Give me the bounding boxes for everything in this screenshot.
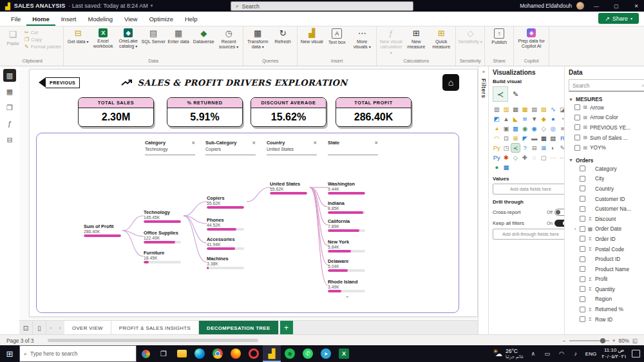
visual-icon[interactable]: ≋ — [521, 115, 529, 123]
field-item[interactable]: Σ Quantity — [569, 284, 644, 294]
visual-icon[interactable]: ◕ — [493, 124, 501, 133]
zoom-out-icon[interactable]: − — [563, 338, 566, 344]
transform-data-button[interactable]: ▦ Transform data ▾ — [245, 27, 270, 52]
get-data-button[interactable]: ⊟ Get data ▾ — [66, 27, 90, 46]
tree-node-united-states[interactable]: United States 55.62K — [270, 181, 311, 195]
add-page-button[interactable]: + — [280, 321, 293, 335]
firefox-icon[interactable] — [227, 345, 245, 362]
previous-tab-arrow-icon[interactable]: ‹ — [46, 321, 55, 335]
tmdl-view-icon[interactable]: ⊟ — [3, 133, 16, 146]
task-view-icon[interactable]: ❐ — [155, 345, 173, 362]
visual-icon[interactable]: ◳ — [502, 144, 511, 152]
tree-node-california[interactable]: California 7.89K — [328, 218, 369, 232]
zoom-slider[interactable] — [569, 340, 609, 341]
cut-button[interactable]: ✂ Cut — [24, 30, 61, 35]
visual-icon[interactable]: ? — [521, 144, 529, 152]
close-button[interactable]: ✕ — [629, 0, 644, 12]
slicer-value[interactable]: Technology — [145, 146, 195, 155]
field-checkbox[interactable] — [580, 307, 585, 312]
language-indicator[interactable]: ENG — [585, 351, 596, 357]
menu-tab-modeling[interactable]: Modeling — [82, 12, 118, 26]
slicer-state[interactable]: State✕ — [328, 140, 378, 155]
clear-filter-icon[interactable]: ✕ — [314, 140, 317, 146]
weather-widget[interactable]: ☀☁ 26°C غائم جزئيا — [493, 348, 524, 359]
sensitivity-button[interactable]: ◇ Sensitivity ▾ — [458, 27, 482, 46]
field-checkbox[interactable] — [574, 104, 580, 110]
field-checkbox[interactable] — [580, 176, 585, 182]
visual-icon[interactable]: ▥ — [502, 105, 511, 113]
expand-filters-icon[interactable]: « — [482, 69, 485, 75]
drill-through-field-well[interactable]: Add drill-through fields here — [493, 229, 569, 240]
title-caret-icon[interactable]: ▾ — [151, 3, 153, 8]
field-item[interactable]: Country — [569, 184, 644, 194]
paste-button[interactable]: ❏ Paste — [3, 27, 23, 57]
recent-sources-button[interactable]: ◷ Recent sources ▾ — [216, 27, 241, 52]
excel-workbook-button[interactable]: X Excel workbook — [91, 27, 115, 51]
menu-tab-view[interactable]: View — [118, 12, 143, 26]
menu-tab-help[interactable]: Help — [179, 12, 204, 26]
onelake-catalog-button[interactable]: ◈ OneLake catalog ▾ — [116, 27, 140, 51]
field-item[interactable]: ⊞ PREVIOUS YE... — [569, 122, 644, 133]
slicer-category[interactable]: Category✕ Technology — [145, 140, 195, 155]
excel-icon[interactable]: X — [335, 345, 353, 362]
tree-node-office-supplies[interactable]: Office Supplies 122.49K — [144, 230, 185, 243]
copy-button[interactable]: ❐ Copy — [24, 37, 61, 43]
tree-node-sum-of-profit[interactable]: Sum of Profit 286.40K — [84, 224, 125, 237]
fit-to-page-icon[interactable]: ◱ — [632, 338, 638, 344]
minimize-button[interactable]: — — [589, 0, 604, 12]
user-name[interactable]: Mohamed Eldahdouh — [520, 3, 572, 9]
visual-icon[interactable]: ⊞ — [511, 134, 520, 142]
format-painter-button[interactable]: ✎ Format painter — [24, 44, 61, 50]
battery-icon[interactable]: ▭ — [543, 350, 552, 357]
whatsapp-icon[interactable]: ✆ — [299, 345, 317, 362]
telegram-icon[interactable]: ➤ — [317, 345, 335, 362]
field-item[interactable]: Product ID — [569, 254, 644, 264]
field-checkbox[interactable] — [580, 256, 585, 262]
new-visual-calculation-button[interactable]: ƒ New visual calculation ▾ — [379, 27, 403, 57]
page-tab-decomposition-tree[interactable]: DECOMPESATION TREE — [199, 321, 278, 335]
format-visual-icon[interactable]: ✎ — [513, 90, 518, 99]
visual-icon[interactable]: ◤ — [521, 134, 529, 142]
tree-node-delaware[interactable]: Delaware 5.04K — [328, 258, 369, 272]
notification-center-icon[interactable] — [632, 350, 640, 357]
horizontal-scrollbar[interactable] — [39, 338, 557, 343]
tree-node-phones[interactable]: Phones 44.52K — [207, 217, 248, 231]
decomposition-tree-icon[interactable]: ≺ — [511, 144, 520, 152]
tree-node-new-york[interactable]: New York 5.84K — [328, 239, 369, 252]
visual-icon[interactable]: ◌ — [530, 153, 538, 162]
share-button[interactable]: ↗ Share ▾ — [598, 13, 639, 24]
dax-query-view-icon[interactable]: ƒ — [3, 117, 16, 130]
field-checkbox[interactable] — [580, 166, 585, 171]
visual-icon[interactable]: ◩ — [493, 115, 501, 123]
file-explorer-icon[interactable] — [173, 345, 191, 362]
slicer-value[interactable] — [328, 146, 378, 155]
desktop-layout-icon[interactable]: ⊡ — [19, 321, 33, 335]
visual-icon[interactable]: ▲ — [502, 115, 511, 123]
network-icon[interactable]: ◠ — [557, 350, 566, 357]
field-checkbox[interactable] — [574, 145, 580, 151]
edge-icon[interactable] — [191, 345, 209, 362]
spotify-icon[interactable]: ≋ — [281, 345, 299, 362]
visual-icon[interactable]: ◠ — [493, 134, 501, 142]
field-item[interactable]: ⊞ Arrow Color — [569, 113, 644, 123]
kpi-card-total-profit[interactable]: TOTAL PROFIT 286.40K — [336, 97, 412, 127]
tree-node-furniture[interactable]: Furniture 18.45K — [144, 250, 185, 263]
start-button[interactable]: ⊞ — [0, 345, 19, 362]
visual-icon[interactable]: ▤ — [549, 134, 558, 142]
chrome-icon[interactable] — [209, 345, 227, 362]
kpi-card-total-sales[interactable]: TOTAL SALES 2.30M — [78, 97, 154, 127]
menu-tab-insert[interactable]: Insert — [55, 12, 82, 26]
field-item[interactable]: Region — [569, 294, 644, 305]
values-field-well[interactable]: Add data fields here — [493, 184, 569, 195]
slicer-sub-category[interactable]: Sub-Category✕ Copiers — [205, 140, 256, 155]
field-item[interactable]: Customer ID — [569, 194, 644, 204]
scroll-more-chevron-icon[interactable]: ⌄ — [345, 292, 350, 299]
power-automate-icon[interactable]: ● — [493, 163, 501, 171]
tree-node-copiers[interactable]: Copiers 55.62K — [207, 195, 248, 209]
visual-icon[interactable]: ◉ — [530, 124, 538, 133]
visual-icon[interactable]: ∿ — [549, 105, 558, 113]
prep-data-for-copilot-button[interactable]: ◈ Prep data for Copilot AI — [516, 27, 547, 51]
visual-icon[interactable]: ◉ — [521, 124, 529, 133]
more-visuals-button[interactable]: ⋯ More visuals ▾ — [350, 27, 374, 52]
slicer-value[interactable]: Copiers — [205, 146, 256, 155]
